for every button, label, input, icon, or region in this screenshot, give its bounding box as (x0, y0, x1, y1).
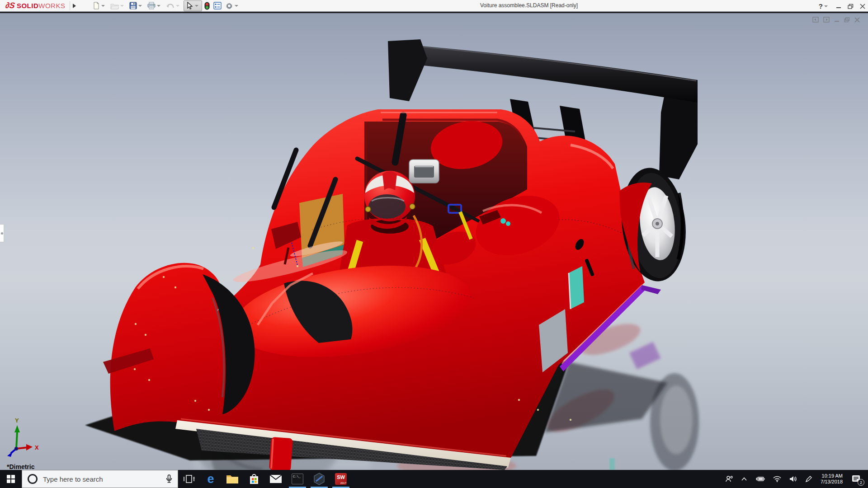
interference-check-button[interactable] (203, 1, 211, 11)
help-caret[interactable] (824, 5, 828, 7)
wifi-icon (773, 476, 781, 482)
chevron-up-icon (741, 477, 747, 481)
window-controls: ? (819, 0, 865, 12)
show-hidden-icons-button[interactable] (737, 470, 751, 488)
new-document-button[interactable] (91, 1, 108, 10)
title-bar: ∂SSOLIDWORKS (0, 0, 868, 12)
taskbar-clock[interactable]: 10:19 AM 7/13/2018 (816, 473, 847, 485)
open-folder-icon (110, 2, 119, 9)
wing-blade (406, 45, 698, 103)
solidworks-logo: ∂SSOLIDWORKS (5, 1, 65, 10)
properties-button[interactable] (212, 1, 223, 10)
properties-list-icon (213, 2, 222, 9)
car-3d-render: Y X (0, 13, 868, 470)
graphics-viewport[interactable]: Y X *Dimetric (0, 13, 868, 470)
y-axis-arrow (14, 425, 20, 432)
people-button[interactable] (721, 470, 737, 488)
restore-button[interactable] (848, 4, 854, 9)
power-status[interactable] (751, 470, 769, 488)
volume-status[interactable] (785, 470, 801, 488)
cortana-icon (28, 474, 38, 484)
pen-icon (805, 476, 812, 483)
close-button[interactable] (860, 4, 865, 9)
wing-endplate-left (388, 39, 427, 101)
feature-manager-collapsed-tab[interactable] (0, 224, 4, 242)
print-button[interactable] (146, 1, 164, 10)
open-button[interactable] (109, 1, 127, 10)
battery-icon (755, 476, 765, 482)
taskbar-solidworks[interactable]: SW 2017 (330, 470, 352, 488)
document-title: Voiture assomblee.SLDASM [Read-only] (480, 2, 578, 9)
search-input[interactable] (42, 475, 160, 483)
visor-pivot (365, 206, 371, 212)
x-axis-label: X (35, 444, 39, 451)
x-axis-arrow (26, 444, 33, 450)
teal-duct (569, 266, 584, 309)
visor-pivot (410, 204, 415, 209)
command-prompt-icon: C:\_ (292, 474, 303, 484)
clock-date: 7/13/2018 (821, 479, 843, 485)
minimize-button[interactable] (836, 4, 841, 9)
options-button[interactable] (224, 1, 241, 11)
new-document-icon (93, 2, 100, 9)
taskbar-store[interactable] (243, 470, 265, 488)
task-view-button[interactable] (178, 470, 200, 488)
taskbar-edge[interactable]: e (200, 470, 222, 488)
windows-logo-icon (7, 475, 15, 483)
save-icon (129, 2, 137, 9)
pane-left-button[interactable] (812, 17, 819, 23)
rear-view-mirror[interactable] (409, 160, 439, 183)
print-icon (147, 2, 156, 9)
windows-ink-button[interactable] (801, 470, 816, 488)
people-icon (725, 475, 733, 483)
clock-time: 10:19 AM (821, 473, 843, 479)
select-cursor-icon (185, 2, 193, 10)
expand-menu-arrow-icon[interactable] (73, 4, 76, 8)
view-orientation-label: *Dimetric (7, 463, 34, 470)
viewport-close-button[interactable] (854, 17, 860, 23)
divider (70, 1, 70, 10)
action-center-button[interactable]: 2 (847, 470, 868, 488)
solidworks-app-icon: SW 2017 (335, 473, 347, 485)
network-status[interactable] (769, 470, 785, 488)
cyan-fitting (500, 218, 506, 224)
cyan-fitting (506, 221, 510, 226)
y-axis-label: Y (15, 417, 19, 424)
tab-dot (1, 232, 3, 235)
taskbar-edrawings[interactable] (308, 470, 330, 488)
windows-taskbar: e C:\_ SW 2017 (0, 470, 868, 488)
file-explorer-icon (226, 474, 239, 484)
gear-icon (225, 2, 233, 10)
viewport-restore-button[interactable] (844, 17, 850, 23)
quick-toolbar (91, 0, 241, 11)
viewport-minimize-button[interactable] (834, 17, 840, 23)
taskbar-search[interactable] (22, 470, 178, 488)
notification-badge: 2 (858, 479, 864, 486)
viewport-window-controls (812, 17, 860, 23)
start-button[interactable] (0, 470, 22, 488)
help-button[interactable]: ? (819, 2, 823, 10)
system-tray: 10:19 AM 7/13/2018 2 (721, 470, 868, 488)
edge-icon: e (207, 473, 214, 485)
hexagon-app-icon (313, 473, 325, 485)
select-tool-button[interactable] (184, 0, 202, 11)
select-tool-caret (195, 5, 198, 7)
taskbar-command-prompt[interactable]: C:\_ (287, 470, 308, 488)
taskbar-mail[interactable] (265, 470, 287, 488)
undo-button[interactable] (165, 1, 183, 10)
solidworks-ds-glyph: ∂S (5, 1, 16, 10)
orientation-triad: Y X (7, 417, 39, 457)
save-button[interactable] (128, 1, 145, 10)
traffic-light-icon (204, 2, 210, 10)
task-view-icon (183, 474, 195, 484)
z-axis-arrow (7, 451, 13, 457)
mail-icon (269, 474, 282, 483)
microphone-icon[interactable] (166, 474, 172, 483)
store-icon (249, 473, 259, 485)
pane-right-button[interactable] (823, 17, 830, 23)
speaker-icon (789, 476, 797, 482)
taskbar-file-explorer[interactable] (222, 470, 243, 488)
undo-arrow-icon (166, 2, 175, 9)
